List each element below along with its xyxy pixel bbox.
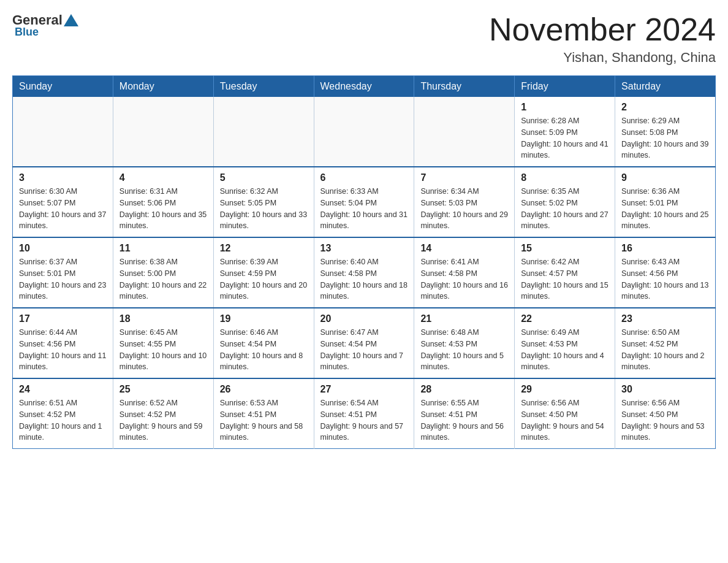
calendar-cell: [113, 97, 213, 167]
weekday-header-row: SundayMondayTuesdayWednesdayThursdayFrid…: [13, 76, 716, 98]
calendar-cell: 21Sunrise: 6:48 AM Sunset: 4:53 PM Dayli…: [414, 308, 515, 378]
day-number: 13: [320, 243, 408, 254]
calendar-week-row: 24Sunrise: 6:51 AM Sunset: 4:52 PM Dayli…: [13, 378, 716, 449]
day-number: 23: [621, 313, 709, 324]
logo-blue-text: Blue: [15, 26, 39, 39]
calendar-cell: 26Sunrise: 6:53 AM Sunset: 4:51 PM Dayli…: [213, 378, 314, 449]
day-number: 29: [521, 384, 609, 395]
calendar-cell: 16Sunrise: 6:43 AM Sunset: 4:56 PM Dayli…: [615, 237, 716, 308]
day-number: 12: [220, 243, 308, 254]
day-number: 1: [521, 102, 609, 113]
calendar-cell: [213, 97, 314, 167]
calendar-cell: 29Sunrise: 6:56 AM Sunset: 4:50 PM Dayli…: [515, 378, 615, 449]
title-section: November 2024 Yishan, Shandong, China: [489, 12, 716, 66]
day-number: 2: [621, 102, 709, 113]
calendar-cell: 15Sunrise: 6:42 AM Sunset: 4:57 PM Dayli…: [515, 237, 615, 308]
weekday-header-monday: Monday: [113, 76, 213, 98]
day-number: 15: [521, 243, 609, 254]
calendar-cell: 1Sunrise: 6:28 AM Sunset: 5:09 PM Daylig…: [515, 97, 615, 167]
day-info: Sunrise: 6:28 AM Sunset: 5:09 PM Dayligh…: [521, 115, 609, 161]
day-info: Sunrise: 6:48 AM Sunset: 4:53 PM Dayligh…: [420, 327, 508, 373]
weekday-header-tuesday: Tuesday: [213, 76, 314, 98]
day-info: Sunrise: 6:29 AM Sunset: 5:08 PM Dayligh…: [621, 115, 709, 161]
calendar-table: SundayMondayTuesdayWednesdayThursdayFrid…: [12, 75, 716, 449]
calendar-cell: 6Sunrise: 6:33 AM Sunset: 5:04 PM Daylig…: [314, 167, 414, 237]
calendar-cell: 22Sunrise: 6:49 AM Sunset: 4:53 PM Dayli…: [515, 308, 615, 378]
day-number: 21: [420, 313, 508, 324]
day-info: Sunrise: 6:47 AM Sunset: 4:54 PM Dayligh…: [320, 327, 408, 373]
day-info: Sunrise: 6:45 AM Sunset: 4:55 PM Dayligh…: [119, 327, 207, 373]
calendar-cell: 5Sunrise: 6:32 AM Sunset: 5:05 PM Daylig…: [213, 167, 314, 237]
calendar-cell: 18Sunrise: 6:45 AM Sunset: 4:55 PM Dayli…: [113, 308, 213, 378]
day-info: Sunrise: 6:43 AM Sunset: 4:56 PM Dayligh…: [621, 256, 709, 302]
page-header: General Blue November 2024 Yishan, Shand…: [12, 12, 716, 66]
day-info: Sunrise: 6:41 AM Sunset: 4:58 PM Dayligh…: [420, 256, 508, 302]
day-info: Sunrise: 6:46 AM Sunset: 4:54 PM Dayligh…: [220, 327, 308, 373]
day-info: Sunrise: 6:40 AM Sunset: 4:58 PM Dayligh…: [320, 256, 408, 302]
day-info: Sunrise: 6:33 AM Sunset: 5:04 PM Dayligh…: [320, 186, 408, 232]
day-info: Sunrise: 6:56 AM Sunset: 4:50 PM Dayligh…: [621, 397, 709, 443]
calendar-cell: 20Sunrise: 6:47 AM Sunset: 4:54 PM Dayli…: [314, 308, 414, 378]
day-info: Sunrise: 6:36 AM Sunset: 5:01 PM Dayligh…: [621, 186, 709, 232]
day-number: 25: [119, 384, 207, 395]
calendar-cell: 17Sunrise: 6:44 AM Sunset: 4:56 PM Dayli…: [13, 308, 113, 378]
calendar-week-row: 1Sunrise: 6:28 AM Sunset: 5:09 PM Daylig…: [13, 97, 716, 167]
day-info: Sunrise: 6:31 AM Sunset: 5:06 PM Dayligh…: [119, 186, 207, 232]
day-number: 11: [119, 243, 207, 254]
calendar-cell: 23Sunrise: 6:50 AM Sunset: 4:52 PM Dayli…: [615, 308, 716, 378]
day-number: 16: [621, 243, 709, 254]
day-number: 8: [521, 172, 609, 183]
calendar-cell: 2Sunrise: 6:29 AM Sunset: 5:08 PM Daylig…: [615, 97, 716, 167]
calendar-cell: 9Sunrise: 6:36 AM Sunset: 5:01 PM Daylig…: [615, 167, 716, 237]
day-info: Sunrise: 6:30 AM Sunset: 5:07 PM Dayligh…: [19, 186, 107, 232]
day-info: Sunrise: 6:32 AM Sunset: 5:05 PM Dayligh…: [220, 186, 308, 232]
weekday-header-thursday: Thursday: [414, 76, 515, 98]
day-info: Sunrise: 6:51 AM Sunset: 4:52 PM Dayligh…: [19, 397, 107, 443]
calendar-cell: 30Sunrise: 6:56 AM Sunset: 4:50 PM Dayli…: [615, 378, 716, 449]
calendar-week-row: 10Sunrise: 6:37 AM Sunset: 5:01 PM Dayli…: [13, 237, 716, 308]
day-number: 6: [320, 172, 408, 183]
day-number: 24: [19, 384, 107, 395]
day-number: 17: [19, 313, 107, 324]
logo: General Blue: [12, 12, 80, 39]
day-info: Sunrise: 6:52 AM Sunset: 4:52 PM Dayligh…: [119, 397, 207, 443]
calendar-cell: 8Sunrise: 6:35 AM Sunset: 5:02 PM Daylig…: [515, 167, 615, 237]
day-info: Sunrise: 6:44 AM Sunset: 4:56 PM Dayligh…: [19, 327, 107, 373]
day-number: 20: [320, 313, 408, 324]
calendar-cell: 3Sunrise: 6:30 AM Sunset: 5:07 PM Daylig…: [13, 167, 113, 237]
calendar-cell: 24Sunrise: 6:51 AM Sunset: 4:52 PM Dayli…: [13, 378, 113, 449]
day-info: Sunrise: 6:56 AM Sunset: 4:50 PM Dayligh…: [521, 397, 609, 443]
day-number: 18: [119, 313, 207, 324]
weekday-header-wednesday: Wednesday: [314, 76, 414, 98]
day-number: 3: [19, 172, 107, 183]
calendar-cell: 13Sunrise: 6:40 AM Sunset: 4:58 PM Dayli…: [314, 237, 414, 308]
day-number: 7: [420, 172, 508, 183]
day-number: 28: [420, 384, 508, 395]
day-number: 14: [420, 243, 508, 254]
day-info: Sunrise: 6:55 AM Sunset: 4:51 PM Dayligh…: [420, 397, 508, 443]
calendar-cell: 14Sunrise: 6:41 AM Sunset: 4:58 PM Dayli…: [414, 237, 515, 308]
calendar-cell: 28Sunrise: 6:55 AM Sunset: 4:51 PM Dayli…: [414, 378, 515, 449]
calendar-cell: [314, 97, 414, 167]
calendar-week-row: 17Sunrise: 6:44 AM Sunset: 4:56 PM Dayli…: [13, 308, 716, 378]
day-info: Sunrise: 6:39 AM Sunset: 4:59 PM Dayligh…: [220, 256, 308, 302]
location-subtitle: Yishan, Shandong, China: [489, 50, 716, 66]
calendar-cell: [414, 97, 515, 167]
calendar-cell: [13, 97, 113, 167]
day-number: 26: [220, 384, 308, 395]
day-number: 22: [521, 313, 609, 324]
day-number: 4: [119, 172, 207, 183]
day-info: Sunrise: 6:38 AM Sunset: 5:00 PM Dayligh…: [119, 256, 207, 302]
day-info: Sunrise: 6:53 AM Sunset: 4:51 PM Dayligh…: [220, 397, 308, 443]
day-number: 19: [220, 313, 308, 324]
day-number: 5: [220, 172, 308, 183]
day-info: Sunrise: 6:35 AM Sunset: 5:02 PM Dayligh…: [521, 186, 609, 232]
logo-triangle-icon: [64, 14, 78, 26]
day-number: 10: [19, 243, 107, 254]
calendar-week-row: 3Sunrise: 6:30 AM Sunset: 5:07 PM Daylig…: [13, 167, 716, 237]
calendar-cell: 12Sunrise: 6:39 AM Sunset: 4:59 PM Dayli…: [213, 237, 314, 308]
calendar-cell: 27Sunrise: 6:54 AM Sunset: 4:51 PM Dayli…: [314, 378, 414, 449]
day-info: Sunrise: 6:37 AM Sunset: 5:01 PM Dayligh…: [19, 256, 107, 302]
calendar-cell: 11Sunrise: 6:38 AM Sunset: 5:00 PM Dayli…: [113, 237, 213, 308]
day-info: Sunrise: 6:49 AM Sunset: 4:53 PM Dayligh…: [521, 327, 609, 373]
